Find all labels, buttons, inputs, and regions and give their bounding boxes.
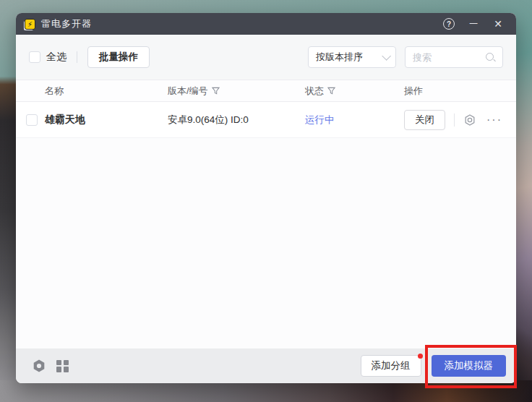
instance-status: 运行中 [305,114,404,127]
actions-divider [454,114,455,127]
filter-icon[interactable] [327,87,335,95]
help-button[interactable]: ? [438,13,460,35]
add-emulator-button[interactable]: 添加模拟器 [432,355,507,377]
layout-grid-icon[interactable] [56,360,69,372]
instance-version: 安卓9.0(64位) ID:0 [168,114,305,127]
sort-dropdown[interactable]: 按版本排序 [308,46,396,68]
instance-settings-icon[interactable] [463,114,476,127]
sort-dropdown-value: 按版本排序 [316,51,382,64]
row-checkbox[interactable] [26,114,38,126]
global-settings-icon[interactable] [32,359,46,373]
empty-list-area [16,138,516,348]
notification-dot [418,354,423,359]
close-button[interactable]: ✕ [487,13,509,35]
search-box [405,46,503,68]
column-header-status: 状态 [305,85,404,98]
bottombar: 添加分组 添加模拟器 [16,348,516,383]
table-row: 雄霸天地 安卓9.0(64位) ID:0 运行中 关闭 ··· [16,102,516,138]
minimize-button[interactable]: ─ [463,13,484,35]
row-actions: 关闭 ··· [404,110,516,130]
toolbar-divider [77,51,77,63]
help-icon: ? [443,18,455,30]
window-title: 雷电多开器 [41,17,92,30]
batch-operations-button[interactable]: 批量操作 [87,46,150,68]
titlebar: ⚡ 雷电多开器 ? ─ ✕ [16,13,516,35]
column-header-actions: 操作 [404,85,516,98]
more-options-icon[interactable]: ··· [486,116,502,124]
table-header: 名称 版本/编号 状态 操作 [16,80,516,102]
minimize-icon: ─ [470,17,478,29]
select-all-label: 全选 [46,51,66,64]
filter-icon[interactable] [212,87,220,95]
toolbar: 全选 批量操作 按版本排序 [16,35,516,80]
column-header-name: 名称 [45,85,168,98]
add-group-button[interactable]: 添加分组 [361,355,421,377]
app-window: ⚡ 雷电多开器 ? ─ ✕ 全选 批量操作 按版本排序 [16,13,516,383]
stop-instance-button[interactable]: 关闭 [404,110,445,130]
select-all-checkbox[interactable] [29,51,40,63]
toolbar-right: 按版本排序 [308,46,503,68]
search-input[interactable] [413,52,485,63]
instance-name: 雄霸天地 [45,114,168,127]
column-header-version: 版本/编号 [168,85,305,98]
app-logo-icon: ⚡ [25,19,35,30]
close-icon: ✕ [494,18,502,30]
search-icon [485,52,495,62]
chevron-down-icon [382,51,391,61]
